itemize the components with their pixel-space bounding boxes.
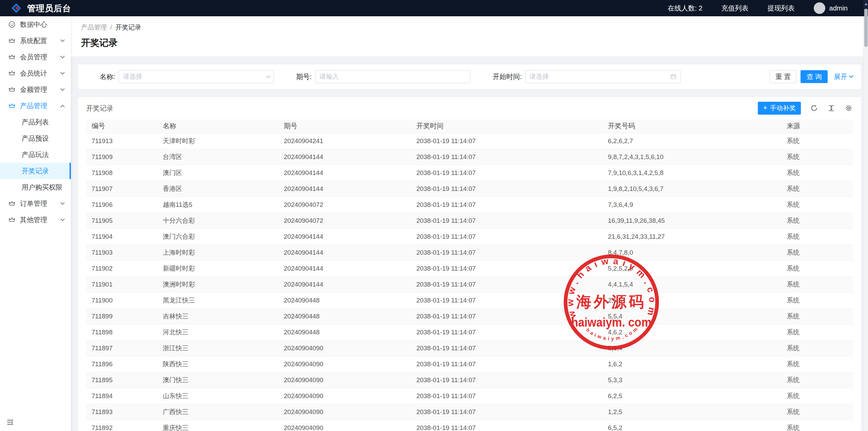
sidebar-subitem-开奖记录[interactable]: 开奖记录 bbox=[0, 163, 71, 179]
smile-icon bbox=[8, 21, 16, 28]
sidebar-item-系统配置[interactable]: 系统配置 bbox=[0, 33, 71, 49]
scrollbar-thumb[interactable] bbox=[864, 9, 868, 47]
expand-toggle[interactable]: 展开 bbox=[834, 72, 853, 81]
cell-draw-numbers: 6,5,2 bbox=[603, 420, 781, 431]
start-time-picker[interactable] bbox=[525, 70, 680, 83]
col-source: 来源 bbox=[781, 119, 853, 133]
table-row[interactable]: 711909 台湾区 20240904144 2038-01-19 11:14:… bbox=[86, 149, 853, 165]
cell-draw-numbers: 9,8,7,2,4,3,1,5,6,10 bbox=[603, 149, 781, 165]
issue-input[interactable] bbox=[319, 73, 458, 80]
table-row[interactable]: 711905 十分六合彩 20240904072 2038-01-19 11:1… bbox=[86, 213, 853, 229]
cell-name: 澳洲时时彩 bbox=[157, 276, 278, 292]
sidebar-item-产品管理[interactable]: 产品管理 bbox=[0, 98, 71, 114]
cell-name: 上海时时彩 bbox=[157, 244, 278, 260]
sidebar-item-订单管理[interactable]: 订单管理 bbox=[0, 195, 71, 212]
cell-issue: 20240904241 bbox=[278, 133, 411, 149]
settings-gear-icon[interactable] bbox=[845, 104, 853, 112]
nav-recharge-list[interactable]: 充值列表 bbox=[722, 4, 749, 13]
app-title: 管理员后台 bbox=[27, 3, 71, 14]
sidebar-subitem-产品玩法[interactable]: 产品玩法 bbox=[0, 146, 71, 163]
reload-icon[interactable] bbox=[810, 104, 818, 112]
table-row[interactable]: 711903 上海时时彩 20240904144 2038-01-19 11:1… bbox=[86, 244, 853, 260]
sidebar-item-其他管理[interactable]: 其他管理 bbox=[0, 212, 71, 228]
table-row[interactable]: 711906 越南11选5 20240904072 2038-01-19 11:… bbox=[86, 197, 853, 213]
table-row[interactable]: 711898 河北快三 2024090448 2038-01-19 11:14:… bbox=[86, 324, 853, 340]
issue-input-wrap[interactable] bbox=[315, 70, 470, 83]
cell-id: 711904 bbox=[86, 229, 157, 244]
table-row[interactable]: 711907 香港区 20240904144 2038-01-19 11:14:… bbox=[86, 181, 853, 197]
cell-id: 711893 bbox=[86, 404, 157, 420]
table-row[interactable]: 711902 新疆时时彩 20240904144 2038-01-19 11:1… bbox=[86, 260, 853, 276]
crown-icon bbox=[8, 53, 16, 61]
sidebar-collapse-icon[interactable] bbox=[7, 419, 14, 427]
name-select-input[interactable] bbox=[123, 73, 261, 80]
sidebar-subitem-产品列表[interactable]: 产品列表 bbox=[0, 114, 71, 130]
table-row[interactable]: 711900 黑龙江快三 2024090448 2038-01-19 11:14… bbox=[86, 292, 853, 308]
table-row[interactable]: 711908 澳门区 20240904144 2038-01-19 11:14:… bbox=[86, 165, 853, 181]
cell-name: 十分六合彩 bbox=[157, 213, 278, 229]
cell-id: 711909 bbox=[86, 149, 157, 165]
search-button[interactable]: 查 询 bbox=[801, 70, 828, 83]
sidebar-subitem-产品预设[interactable]: 产品预设 bbox=[0, 130, 71, 146]
table-row[interactable]: 711901 澳洲时时彩 20240904144 2038-01-19 11:1… bbox=[86, 276, 853, 292]
breadcrumb-separator: / bbox=[110, 24, 112, 31]
cell-id: 711896 bbox=[86, 356, 157, 372]
records-card-title: 开奖记录 bbox=[86, 104, 113, 113]
nav-withdraw-list[interactable]: 提现列表 bbox=[768, 4, 795, 13]
start-time-input[interactable] bbox=[530, 73, 668, 80]
cell-name: 浙江快三 bbox=[157, 340, 278, 356]
table-row[interactable]: 711913 天津时时彩 20240904241 2038-01-19 11:1… bbox=[86, 133, 853, 149]
scrollbar-up-arrow[interactable] bbox=[865, 3, 867, 5]
sidebar-item-label: 订单管理 bbox=[20, 199, 61, 208]
sidebar-item-label: 数据中心 bbox=[20, 20, 64, 29]
table-row[interactable]: 711892 重庆快三 20240904090 2038-01-19 11:14… bbox=[86, 420, 853, 431]
table-row[interactable]: 711896 陕西快三 20240904090 2038-01-19 11:14… bbox=[86, 356, 853, 372]
user-menu[interactable]: admin bbox=[814, 2, 848, 14]
cell-name: 越南11选5 bbox=[157, 197, 278, 213]
cell-source: 系统 bbox=[781, 404, 853, 420]
table-row[interactable]: 711894 山东快三 20240904090 2038-01-19 11:14… bbox=[86, 388, 853, 404]
table-row[interactable]: 711893 广西快三 20240904090 2038-01-19 11:14… bbox=[86, 404, 853, 420]
sidebar-item-数据中心[interactable]: 数据中心 bbox=[0, 16, 71, 33]
records-table-wrap: 编号 名称 期号 开奖时间 开奖号码 来源 711913 天津时时彩 20240… bbox=[78, 119, 861, 431]
online-count: 在线人数: 2 bbox=[668, 4, 702, 13]
table-header-row: 编号 名称 期号 开奖时间 开奖号码 来源 bbox=[86, 119, 853, 133]
cell-name: 陕西快三 bbox=[157, 356, 278, 372]
sidebar-item-会员管理[interactable]: 会员管理 bbox=[0, 49, 71, 65]
cell-source: 系统 bbox=[781, 340, 853, 356]
records-card-header: 开奖记录 + 手动补奖 bbox=[78, 97, 861, 119]
cell-draw-numbers: 4,6,2 bbox=[603, 324, 781, 340]
sidebar-subitem-用户购买权限[interactable]: 用户购买权限 bbox=[0, 179, 71, 195]
manual-draw-button[interactable]: + 手动补奖 bbox=[758, 102, 801, 115]
filter-start-time-group: 开始时间: bbox=[493, 70, 680, 83]
cell-draw-numbers: 5,2,5,2,0 bbox=[603, 260, 781, 276]
table-row[interactable]: 711904 澳门六合彩 20240904144 2038-01-19 11:1… bbox=[86, 229, 853, 244]
table-row[interactable]: 711895 澳门快三 20240904090 2038-01-19 11:14… bbox=[86, 372, 853, 388]
cell-issue: 2024090448 bbox=[278, 292, 411, 308]
sidebar-item-金额管理[interactable]: 金额管理 bbox=[0, 81, 71, 98]
chevron-down-icon bbox=[849, 74, 853, 78]
filter-start-time-label: 开始时间: bbox=[493, 72, 522, 81]
reset-button[interactable]: 重 置 bbox=[770, 70, 797, 83]
sidebar-item-label: 会员统计 bbox=[20, 69, 61, 78]
cell-source: 系统 bbox=[781, 388, 853, 404]
cell-id: 711906 bbox=[86, 197, 157, 213]
page-scrollbar[interactable] bbox=[863, 0, 868, 431]
name-select[interactable] bbox=[119, 70, 274, 83]
sidebar-item-会员统计[interactable]: 会员统计 bbox=[0, 65, 71, 81]
table-row[interactable]: 711897 浙江快三 20240904090 2038-01-19 11:14… bbox=[86, 340, 853, 356]
cell-source: 系统 bbox=[781, 181, 853, 197]
cell-name: 天津时时彩 bbox=[157, 133, 278, 149]
breadcrumb-parent[interactable]: 产品管理 bbox=[81, 24, 107, 31]
cell-draw-time: 2038-01-19 11:14:07 bbox=[411, 372, 603, 388]
cell-id: 711905 bbox=[86, 213, 157, 229]
records-card: 开奖记录 + 手动补奖 bbox=[78, 97, 861, 431]
cell-issue: 2024090448 bbox=[278, 324, 411, 340]
cell-source: 系统 bbox=[781, 420, 853, 431]
col-id: 编号 bbox=[86, 119, 157, 133]
cell-draw-numbers: 1,2,5 bbox=[603, 404, 781, 420]
cell-id: 711903 bbox=[86, 244, 157, 260]
column-height-icon[interactable] bbox=[827, 104, 835, 112]
table-row[interactable]: 711899 吉林快三 2024090448 2038-01-19 11:14:… bbox=[86, 308, 853, 324]
cell-source: 系统 bbox=[781, 372, 853, 388]
